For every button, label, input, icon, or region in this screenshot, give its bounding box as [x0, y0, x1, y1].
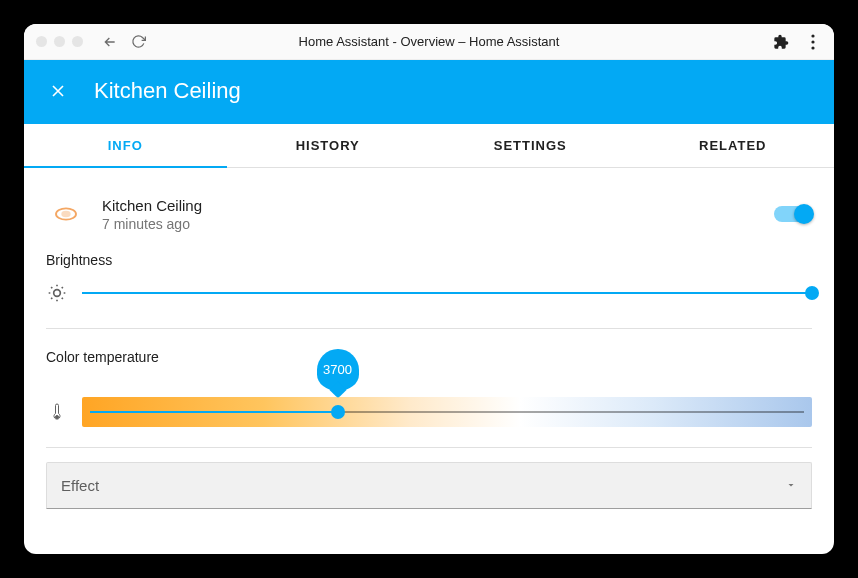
effect-select-label: Effect — [61, 477, 99, 494]
color-temperature-section: Color temperature 3700 — [24, 335, 834, 441]
back-button[interactable] — [101, 33, 119, 51]
thermometer-icon — [46, 401, 68, 423]
entity-name: Kitchen Ceiling — [102, 197, 758, 214]
app-window: Home Assistant - Overview – Home Assista… — [24, 24, 834, 554]
svg-point-6 — [56, 416, 59, 419]
traffic-dot-zoom[interactable] — [72, 36, 83, 47]
reload-button[interactable] — [129, 33, 147, 51]
dialog-title: Kitchen Ceiling — [94, 78, 241, 104]
color-temperature-slider[interactable]: 3700 — [82, 397, 812, 427]
power-toggle-knob — [794, 204, 814, 224]
brightness-section: Brightness — [24, 242, 834, 322]
svg-point-2 — [811, 46, 814, 49]
color-temperature-label: Color temperature — [46, 349, 812, 365]
entity-last-changed: 7 minutes ago — [102, 216, 758, 232]
dialog-header: Kitchen Ceiling — [24, 60, 834, 124]
divider — [46, 447, 812, 448]
effect-select[interactable]: Effect — [46, 462, 812, 509]
power-toggle[interactable] — [774, 206, 812, 222]
brightness-slider-thumb[interactable] — [805, 286, 819, 300]
dialog-content: Kitchen Ceiling 7 minutes ago Brightness — [24, 168, 834, 554]
tab-bar: Info History Settings Related — [24, 124, 834, 168]
extensions-icon[interactable] — [772, 33, 790, 51]
tab-info[interactable]: Info — [24, 124, 227, 167]
svg-point-0 — [811, 34, 814, 37]
brightness-slider[interactable] — [82, 278, 812, 308]
brightness-icon — [46, 282, 68, 304]
color-temperature-slider-thumb[interactable] — [331, 405, 345, 419]
color-temperature-value: 3700 — [323, 362, 352, 377]
traffic-dot-close[interactable] — [36, 36, 47, 47]
svg-point-5 — [54, 290, 61, 297]
chevron-down-icon — [785, 477, 797, 494]
close-button[interactable] — [46, 79, 70, 103]
svg-point-1 — [811, 40, 814, 43]
nav-buttons — [101, 33, 147, 51]
window-controls — [36, 36, 83, 47]
tab-settings[interactable]: Settings — [429, 124, 632, 167]
divider — [46, 328, 812, 329]
brightness-label: Brightness — [46, 252, 812, 268]
browser-chrome: Home Assistant - Overview – Home Assista… — [24, 24, 834, 60]
tab-history[interactable]: History — [227, 124, 430, 167]
entity-row: Kitchen Ceiling 7 minutes ago — [24, 186, 834, 242]
color-temperature-value-tooltip: 3700 — [317, 349, 359, 391]
entity-state-icon — [46, 194, 86, 234]
browser-menu-icon[interactable] — [804, 33, 822, 51]
traffic-dot-minimize[interactable] — [54, 36, 65, 47]
tab-related[interactable]: Related — [632, 124, 835, 167]
svg-point-4 — [62, 212, 70, 217]
